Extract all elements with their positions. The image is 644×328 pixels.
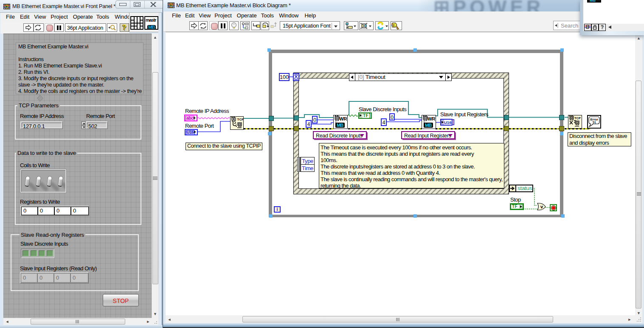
svg-text:?!: ?!: [592, 121, 596, 125]
svg-text:!: !: [393, 23, 394, 28]
svg-text:WR: WR: [428, 116, 436, 121]
svg-text:TCP: TCP: [237, 118, 244, 121]
svg-text:TCP: TCP: [574, 116, 581, 120]
svg-text:WR: WR: [340, 116, 347, 121]
svg-text:v: v: [540, 204, 543, 209]
